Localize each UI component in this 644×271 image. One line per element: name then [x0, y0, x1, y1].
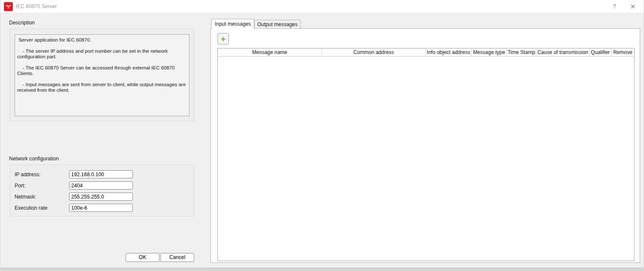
- ip-address-field[interactable]: [69, 170, 133, 178]
- tab-input-messages[interactable]: Input messages: [211, 19, 254, 29]
- v-bird-glyph: [5, 3, 12, 10]
- netmask-row: Netmask:: [10, 193, 195, 201]
- description-groupbox: Server application for IEC 60870. - The …: [10, 29, 194, 121]
- ip-address-row: IP address:: [10, 170, 195, 178]
- netmask-field[interactable]: [69, 193, 133, 201]
- execution-rate-field[interactable]: [69, 204, 133, 212]
- ok-button[interactable]: OK: [126, 253, 159, 262]
- close-icon[interactable]: ✕: [627, 0, 638, 13]
- window-bottom-edge: [0, 268, 644, 271]
- execution-rate-label: Execution rate: [15, 205, 48, 211]
- ip-address-label: IP address:: [15, 172, 40, 178]
- titlebar[interactable]: IEC 60870 Server ? ✕: [0, 0, 644, 13]
- tab-output-messages[interactable]: Output messages: [254, 20, 301, 28]
- port-field[interactable]: [69, 181, 133, 190]
- column-header-time-stamp[interactable]: Time Stamp: [507, 48, 536, 57]
- column-header-qualifier[interactable]: Qualifier: [590, 48, 611, 57]
- column-header-info-object-address[interactable]: Info object address: [426, 48, 472, 57]
- help-icon[interactable]: ?: [609, 0, 620, 13]
- column-header-remove[interactable]: Remove: [611, 48, 634, 57]
- messages-table: Message name Common address Info object …: [217, 48, 635, 261]
- messages-table-header: Message name Common address Info object …: [218, 48, 634, 57]
- app-logo-icon: [4, 2, 13, 11]
- column-header-message-type[interactable]: Message type: [472, 48, 507, 57]
- input-messages-panel: + Message name Common address Info objec…: [211, 28, 640, 263]
- description-text: Server application for IEC 60870. - The …: [15, 34, 190, 116]
- iec60870-server-window: IEC 60870 Server ? ✕ Description Server …: [0, 0, 644, 271]
- port-label: Port:: [15, 183, 25, 189]
- port-row: Port:: [10, 181, 195, 190]
- cancel-button[interactable]: Cancel: [160, 253, 194, 262]
- column-header-cause-of-transmission[interactable]: Cause of transmission: [536, 48, 590, 57]
- column-header-message-name[interactable]: Message name: [218, 48, 322, 57]
- window-title: IEC 60870 Server: [16, 0, 57, 13]
- column-header-common-address[interactable]: Common address: [322, 48, 426, 57]
- network-config-section-label: Network configuration: [9, 156, 59, 162]
- add-message-button[interactable]: +: [217, 33, 229, 45]
- network-config-groupbox: IP address: Port: Netmask: Execution rat…: [10, 165, 194, 217]
- netmask-label: Netmask:: [15, 194, 36, 200]
- description-section-label: Description: [9, 20, 35, 26]
- execution-rate-row: Execution rate: [10, 204, 195, 212]
- messages-table-body: [218, 57, 634, 261]
